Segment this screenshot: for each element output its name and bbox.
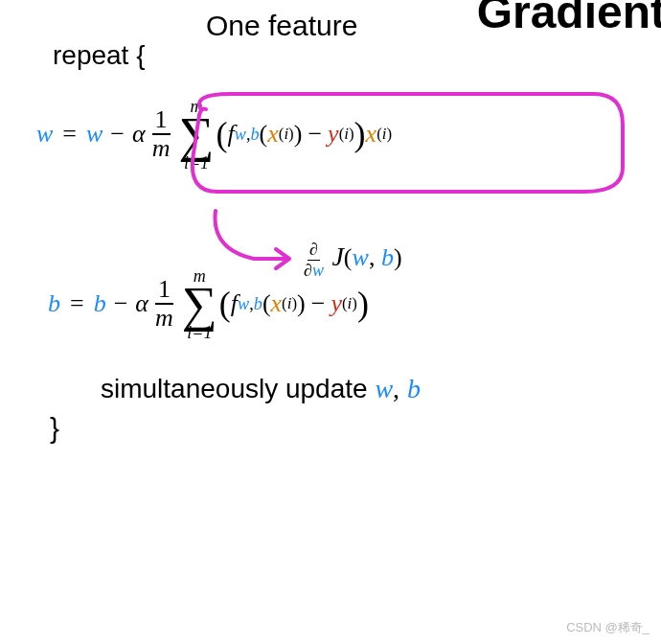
b-lhs: b xyxy=(48,289,60,318)
w-update-equation: w = w − α 1 m m ∑ i=1 ( f w,b ( x (i) ) … xyxy=(36,98,642,172)
y-term: y xyxy=(328,120,339,149)
fraction-num: 1 xyxy=(152,106,171,136)
equals: = xyxy=(62,120,77,149)
repeat-close: } xyxy=(50,412,642,445)
f-symbol-b: f xyxy=(231,289,238,318)
f-subscript: w,b xyxy=(235,125,260,145)
one-over-m: 1 m xyxy=(149,106,173,163)
f-subscript-b: w,b xyxy=(238,294,262,314)
minus-inner-b: − xyxy=(311,289,326,318)
x-inner: x xyxy=(267,120,279,149)
x-sup: (i) xyxy=(279,125,294,144)
lparen: ( xyxy=(217,114,228,154)
w-lhs: w xyxy=(36,120,53,149)
f-rparen: ) xyxy=(294,120,303,149)
alpha: α xyxy=(132,120,146,149)
y-term-b: y xyxy=(330,289,342,318)
sum-lower: i=1 xyxy=(184,154,209,172)
rparen: ) xyxy=(354,114,366,154)
y-sup: (i) xyxy=(339,125,354,144)
summation: m ∑ i=1 xyxy=(178,98,214,172)
simultaneous-update-text: simultaneously update w, b xyxy=(101,374,642,404)
f-lparen: ( xyxy=(260,120,268,149)
x-inner-b: x xyxy=(271,289,283,318)
minus: − xyxy=(110,120,125,149)
sigma: ∑ xyxy=(178,113,214,158)
rparen-b: ) xyxy=(357,284,369,324)
x-outer: x xyxy=(366,120,377,149)
x-outer-sup: (i) xyxy=(376,125,392,144)
minus-inner: − xyxy=(308,120,322,149)
b-update-equation: b = b − α 1 m m ∑ i=1 ( f w,b ( x (i) ) … xyxy=(48,267,642,341)
w-rhs: w xyxy=(86,120,103,149)
lparen-b: ( xyxy=(219,284,231,324)
f-symbol: f xyxy=(228,120,235,149)
csdn-watermark: CSDN @稀奇_ xyxy=(566,619,650,636)
fraction-den: m xyxy=(149,135,173,163)
summation-b: m ∑ i=1 xyxy=(182,267,217,341)
b-rhs: b xyxy=(94,289,106,318)
equals-b: = xyxy=(70,289,84,318)
partial-cropped-heading: Gradient xyxy=(477,0,661,38)
one-over-m-b: 1 m xyxy=(152,276,176,333)
minus-b: − xyxy=(114,289,128,318)
repeat-open: repeat { xyxy=(53,40,642,71)
alpha-b: α xyxy=(135,289,148,318)
